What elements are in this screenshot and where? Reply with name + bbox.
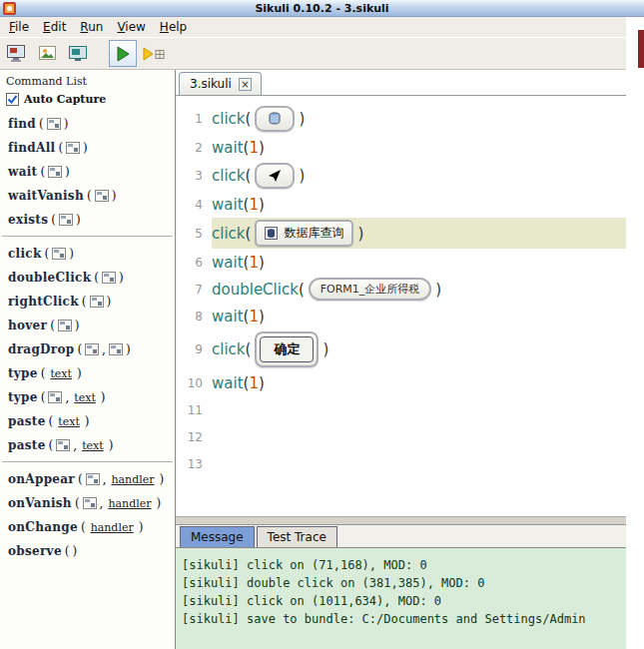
- code-paren: ): [259, 374, 265, 392]
- database-export-icon: [267, 111, 283, 127]
- command-name: onVanish: [8, 496, 72, 510]
- command-list: find()findAll()wait()waitVanish()exists(…: [0, 112, 175, 649]
- capture-region-button[interactable]: [65, 40, 93, 67]
- image-icon: [37, 44, 59, 64]
- auto-capture-label: Auto Capture: [24, 93, 106, 106]
- screenshot-thumb-icon: [102, 272, 116, 284]
- tab-test-trace[interactable]: Test Trace: [257, 526, 337, 547]
- thumbnail-export-icon-button[interactable]: [255, 106, 295, 132]
- message-console[interactable]: [sikuli] click on (71,168), MOD: 0[sikul…: [176, 548, 626, 649]
- command-name: paste: [8, 414, 46, 428]
- line-content: click(): [212, 161, 626, 191]
- command-list-panel: Command List Auto Capture find()findAll(…: [0, 70, 176, 649]
- background-window-fragment: [638, 30, 644, 68]
- run-button[interactable]: [109, 40, 137, 67]
- screenshot-thumb-icon: [109, 343, 123, 355]
- title-bar[interactable]: Sikuli 0.10.2 - 3.sikuli: [0, 0, 644, 17]
- toolbar: [0, 37, 626, 70]
- command-paste[interactable]: paste(text): [0, 409, 175, 433]
- code-number: 1: [249, 139, 259, 157]
- command-onChange[interactable]: onChange(handler): [0, 515, 175, 539]
- line-number: 4: [176, 198, 212, 212]
- command-find[interactable]: find(): [0, 112, 175, 136]
- code-line-5: 5click(数据库查询): [176, 218, 626, 249]
- screenshot-thumb-icon: [48, 391, 62, 403]
- run-slow-motion-button[interactable]: [140, 40, 168, 67]
- command-click[interactable]: click(): [0, 242, 175, 266]
- command-name: type: [8, 366, 38, 380]
- code-keyword: wait: [212, 374, 244, 392]
- command-observe[interactable]: observe(): [0, 539, 175, 563]
- command-group-separator: [2, 236, 173, 238]
- menu-item-run[interactable]: Run: [73, 18, 110, 36]
- command-rightClick[interactable]: rightClick(): [0, 290, 175, 314]
- screenshot-thumb-icon: [90, 296, 104, 308]
- code-paren: ): [259, 196, 265, 214]
- console-message: [sikuli] double click on (381,385), MOD:…: [182, 574, 620, 592]
- editor-tab-3-sikuli[interactable]: 3.sikuli ×: [179, 72, 262, 95]
- screenshot-thumb-icon: [95, 190, 109, 202]
- command-findAll[interactable]: findAll(): [0, 136, 175, 160]
- command-arg-text: text: [80, 439, 106, 452]
- command-waitVanish[interactable]: waitVanish(): [0, 184, 175, 208]
- command-group-separator: [2, 461, 173, 463]
- code-line-7: 7doubleClick(FORM1_企业所得税): [176, 276, 626, 303]
- command-name: type: [8, 390, 38, 404]
- main-row: Command List Auto Capture find()findAll(…: [0, 70, 626, 649]
- code-editor[interactable]: 1click()2wait(1)3click()4wait(1)5click(数…: [176, 96, 626, 516]
- command-name: find: [8, 117, 36, 131]
- screenshot-thumb-icon: [86, 473, 100, 485]
- code-paren: ): [259, 254, 265, 272]
- command-name: hover: [8, 319, 47, 332]
- console-message: [sikuli] click on (71,168), MOD: 0: [182, 556, 620, 574]
- command-exists[interactable]: exists(): [0, 208, 175, 232]
- command-hover[interactable]: hover(): [0, 314, 175, 337]
- menu-item-edit[interactable]: Edit: [36, 18, 73, 36]
- app-icon: [3, 2, 16, 15]
- line-content: wait(1): [212, 191, 626, 218]
- command-name: click: [8, 247, 42, 261]
- menu-item-file[interactable]: File: [2, 18, 36, 36]
- code-keyword: click: [212, 110, 246, 128]
- horizontal-splitter[interactable]: [176, 516, 626, 525]
- line-content: wait(1): [212, 303, 626, 329]
- line-number: 6: [176, 256, 212, 270]
- line-content: wait(1): [212, 369, 626, 396]
- code-paren: (: [246, 225, 252, 243]
- right-background-gap: [626, 17, 644, 649]
- command-onVanish[interactable]: onVanish(,handler): [0, 491, 175, 515]
- thumbnail-cursor-button[interactable]: [255, 163, 295, 189]
- code-line-4: 4wait(1): [176, 191, 626, 218]
- menu-item-view[interactable]: View: [110, 18, 152, 36]
- menu-item-help[interactable]: Help: [153, 18, 194, 36]
- command-arg-handler: handler: [106, 497, 153, 510]
- command-name: observe: [8, 544, 62, 558]
- insert-image-button[interactable]: [34, 40, 62, 67]
- command-dragDrop[interactable]: dragDrop(,): [0, 337, 175, 361]
- thumbnail-ok-button[interactable]: 确定: [255, 331, 319, 367]
- command-type[interactable]: type(text): [0, 361, 175, 385]
- command-name: findAll: [8, 141, 55, 155]
- console-tab-bar: MessageTest Trace: [176, 525, 626, 548]
- command-onAppear[interactable]: onAppear(,handler): [0, 467, 175, 491]
- code-paren: ): [322, 340, 328, 358]
- auto-capture-checkbox[interactable]: Auto Capture: [0, 90, 175, 112]
- tab-message[interactable]: Message: [180, 526, 255, 547]
- code-paren: (: [299, 281, 305, 299]
- line-content: wait(1): [212, 134, 626, 161]
- code-line-3: 3click(): [176, 161, 626, 191]
- code-line-6: 6wait(1): [176, 249, 626, 276]
- thumbnail-form1-item[interactable]: FORM1_企业所得税: [309, 278, 432, 301]
- line-number: 9: [176, 342, 212, 356]
- command-name: exists: [8, 213, 48, 227]
- command-doubleClick[interactable]: doubleClick(): [0, 266, 175, 290]
- close-tab-icon[interactable]: ×: [239, 78, 252, 91]
- line-content: [212, 396, 626, 423]
- capture-screenshot-button[interactable]: [3, 40, 31, 67]
- code-keyword: wait: [212, 139, 244, 157]
- thumbnail-db-query-button[interactable]: 数据库查询: [255, 220, 353, 247]
- command-paste[interactable]: paste(,text): [0, 433, 175, 457]
- command-wait[interactable]: wait(): [0, 160, 175, 184]
- command-name: rightClick: [8, 295, 79, 309]
- command-type[interactable]: type(,text): [0, 385, 175, 409]
